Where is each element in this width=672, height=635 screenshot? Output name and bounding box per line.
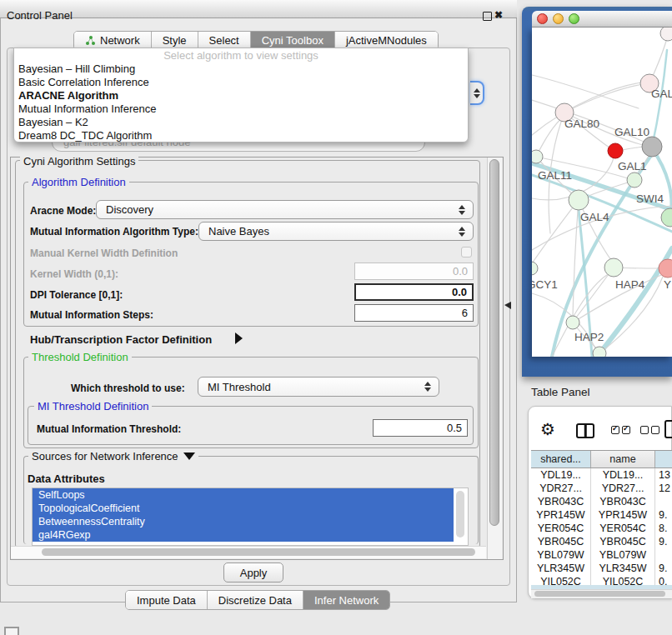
table-row[interactable]: YBR045CYBR045C9.: [531, 535, 672, 548]
tab-infer-network[interactable]: Infer Network: [303, 591, 389, 609]
aracne-mode-dropdown[interactable]: Discovery: [96, 200, 474, 219]
table-cell[interactable]: YPR145W: [591, 508, 655, 522]
table-cell[interactable]: YBR045C: [531, 535, 591, 548]
algorithm-option[interactable]: Dream8 DC_TDC Algorithm: [14, 129, 468, 142]
sources-section[interactable]: Sources for Network Inference: [28, 450, 198, 462]
settings-vertical-scrollbar-thumb[interactable]: [489, 159, 499, 526]
float-window-icon[interactable]: [483, 12, 492, 21]
network-node[interactable]: [532, 262, 538, 275]
table-settings-gear-icon[interactable]: ⚙: [540, 421, 555, 438]
table-cell[interactable]: YDL19...: [531, 468, 591, 482]
data-attributes-list[interactable]: SelfLoopsTopologicalCoefficientBetweenne…: [32, 488, 469, 546]
tab-jactivemnodules[interactable]: jActiveMNodules: [335, 32, 438, 49]
algorithm-option[interactable]: Mutual Information Inference: [14, 102, 468, 116]
close-panel-icon[interactable]: ✖: [494, 9, 503, 21]
table-cell[interactable]: [655, 548, 672, 562]
network-node[interactable]: [593, 347, 606, 357]
network-node[interactable]: [532, 150, 543, 163]
collapsed-panel-icon[interactable]: [4, 627, 19, 635]
network-node[interactable]: [627, 172, 642, 188]
apply-button[interactable]: Apply: [223, 562, 283, 582]
select-all-checkboxes-icon[interactable]: [611, 426, 630, 434]
attribute-item[interactable]: BetweennessCentrality: [33, 515, 454, 528]
table-horizontal-scrollbar-thumb[interactable]: [534, 591, 665, 597]
hub-transcription-factor-section[interactable]: Hub/Transcription Factor Definition: [30, 333, 212, 346]
expand-right-icon[interactable]: [235, 332, 243, 344]
attribute-item[interactable]: SelfLoops: [33, 488, 454, 502]
focused-combo-fragment[interactable]: [470, 81, 484, 105]
table-cell[interactable]: YIL052C: [531, 575, 591, 585]
table-cell[interactable]: YER054C: [591, 522, 655, 535]
table-cell[interactable]: [655, 495, 672, 508]
table-row[interactable]: YBR043CYBR043C: [531, 495, 672, 508]
network-node[interactable]: [660, 28, 672, 41]
table-cell[interactable]: YDR27...: [591, 482, 655, 495]
tab-style[interactable]: Style: [152, 32, 198, 49]
table-cell[interactable]: 9.: [655, 508, 672, 522]
which-threshold-dropdown[interactable]: MI Threshold: [198, 377, 439, 397]
tab-select[interactable]: Select: [198, 32, 251, 49]
collapse-down-icon[interactable]: [183, 452, 195, 460]
network-node[interactable]: [566, 316, 579, 329]
table-row[interactable]: YPR145WYPR145W9.: [531, 508, 672, 522]
control-panel-titlebar[interactable]: [0, 0, 517, 18]
network-node[interactable]: [569, 190, 589, 210]
table-row[interactable]: YDR27...YDR27...12: [531, 482, 672, 495]
mac-maximize-icon[interactable]: [569, 13, 579, 24]
network-node[interactable]: [661, 208, 672, 227]
table-cell[interactable]: 9.: [655, 562, 672, 575]
column-header[interactable]: [655, 451, 672, 468]
attribute-item[interactable]: gal4RGexp: [33, 528, 454, 542]
mi-threshold-field[interactable]: 0.5: [373, 419, 468, 437]
tab-discretize-data[interactable]: Discretize Data: [208, 591, 303, 609]
table-cell[interactable]: YIL052C: [591, 575, 655, 585]
table-cell[interactable]: YPR145W: [531, 508, 591, 522]
attribute-item[interactable]: TopologicalCoefficient: [33, 502, 454, 515]
table-cell[interactable]: 0.: [655, 575, 672, 585]
table-cell[interactable]: YBL079W: [591, 548, 655, 562]
network-edge[interactable]: [573, 200, 579, 316]
network-edge[interactable]: [532, 75, 639, 108]
network-node[interactable]: [642, 137, 662, 157]
table-row[interactable]: YDL19...YDL19...13: [531, 468, 672, 482]
network-edge[interactable]: [532, 200, 579, 263]
table-cell[interactable]: YBL079W: [531, 548, 591, 562]
network-node[interactable]: [604, 258, 623, 277]
table-cell[interactable]: 9.: [655, 535, 672, 548]
mi-steps-field[interactable]: 6: [354, 304, 474, 322]
mac-minimize-icon[interactable]: [553, 13, 564, 24]
table-row[interactable]: YBL079WYBL079W: [531, 548, 672, 562]
table-row[interactable]: YLR345WYLR345W9.: [531, 562, 672, 575]
network-node[interactable]: [608, 143, 623, 158]
table-row[interactable]: YER054CYER054C8.: [531, 522, 672, 535]
algorithm-option[interactable]: Basic Correlation Inference: [14, 76, 468, 89]
settings-horizontal-scrollbar-thumb[interactable]: [42, 548, 475, 556]
deselect-all-checkboxes-icon[interactable]: [640, 426, 659, 434]
table-cell[interactable]: YBR043C: [531, 495, 591, 508]
algorithm-option[interactable]: ARACNE Algorithm: [14, 89, 468, 102]
table-cell[interactable]: YLR345W: [591, 562, 655, 575]
table-function-icon[interactable]: [664, 420, 672, 438]
manual-kernel-width-checkbox[interactable]: [461, 247, 472, 258]
attributes-list-scrollbar-thumb[interactable]: [456, 491, 464, 538]
table-cell[interactable]: YBR043C: [591, 495, 655, 508]
dpi-tolerance-field[interactable]: 0.0: [354, 283, 474, 301]
table-cell[interactable]: YLR345W: [531, 562, 591, 575]
column-header[interactable]: name: [591, 451, 655, 468]
network-edge[interactable]: [622, 147, 643, 150]
table-cell[interactable]: YER054C: [531, 522, 591, 535]
mi-algorithm-type-dropdown[interactable]: Naive Bayes: [198, 222, 474, 241]
algorithm-option[interactable]: Bayesian – K2: [14, 116, 468, 129]
table-cell[interactable]: 12: [655, 482, 672, 495]
kernel-width-field[interactable]: 0.0: [354, 262, 474, 280]
table-cell[interactable]: 8.: [655, 522, 672, 535]
algorithm-option[interactable]: Bayesian – Hill Climbing: [14, 62, 468, 76]
table-row[interactable]: YIL052CYIL052C0.: [531, 575, 672, 585]
table-cell[interactable]: YBR045C: [591, 535, 655, 548]
table-cell[interactable]: 13: [655, 468, 672, 482]
tab-impute-data[interactable]: Impute Data: [126, 591, 208, 609]
column-header[interactable]: shared...: [531, 451, 591, 468]
split-view-icon[interactable]: [576, 423, 594, 438]
mac-close-icon[interactable]: [537, 13, 548, 24]
table-cell[interactable]: YDR27...: [531, 482, 591, 495]
